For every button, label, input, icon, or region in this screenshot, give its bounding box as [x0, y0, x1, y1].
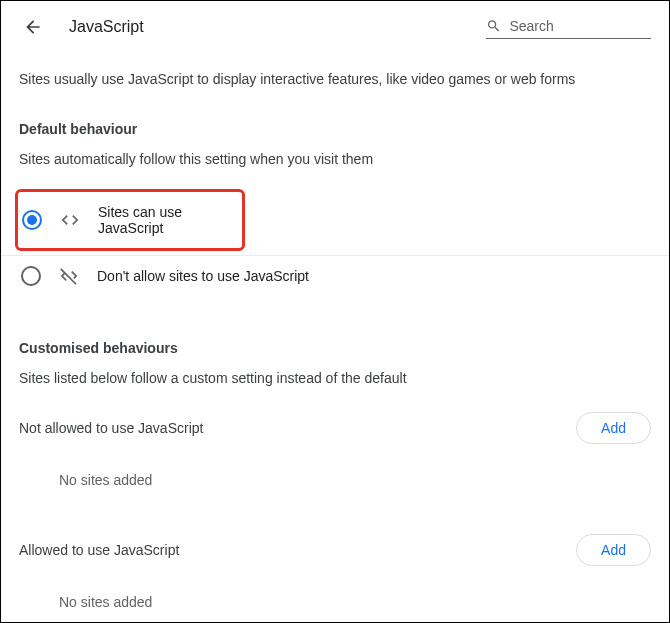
- not-allowed-title: Not allowed to use JavaScript: [19, 420, 203, 436]
- radio-block-js[interactable]: Don't allow sites to use JavaScript: [19, 256, 651, 296]
- search-input[interactable]: [509, 18, 651, 34]
- page-title: JavaScript: [69, 18, 462, 36]
- custom-behaviours-heading: Customised behaviours: [19, 340, 651, 356]
- arrow-left-icon: [23, 17, 43, 37]
- default-behaviour-sub: Sites automatically follow this setting …: [19, 151, 651, 167]
- default-behaviour-heading: Default behaviour: [19, 121, 651, 137]
- radio-allow-js[interactable]: Sites can use JavaScript: [20, 194, 236, 246]
- radio-block-js-label: Don't allow sites to use JavaScript: [97, 268, 309, 284]
- allowed-title: Allowed to use JavaScript: [19, 542, 179, 558]
- search-icon: [486, 17, 501, 35]
- code-off-icon: [59, 266, 79, 286]
- allowed-empty: No sites added: [59, 594, 651, 610]
- search-field[interactable]: [486, 15, 651, 39]
- highlight-annotation: Sites can use JavaScript: [15, 189, 245, 251]
- page-description: Sites usually use JavaScript to display …: [19, 71, 651, 87]
- radio-button-selected: [22, 210, 42, 230]
- not-allowed-empty: No sites added: [59, 472, 651, 488]
- custom-behaviours-sub: Sites listed below follow a custom setti…: [19, 370, 651, 386]
- radio-allow-js-label: Sites can use JavaScript: [98, 204, 234, 236]
- add-not-allowed-button[interactable]: Add: [576, 412, 651, 444]
- radio-button-unselected: [21, 266, 41, 286]
- back-button[interactable]: [21, 15, 45, 39]
- code-icon: [60, 210, 80, 230]
- add-allowed-button[interactable]: Add: [576, 534, 651, 566]
